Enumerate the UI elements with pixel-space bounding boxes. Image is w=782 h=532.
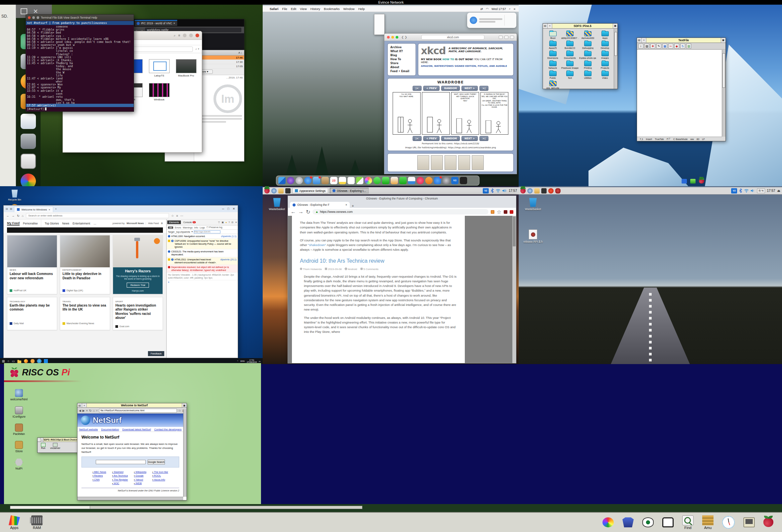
console-message-warning[interactable]: 2CSP14306: Unsupported source ''none'' f… [167,239,238,249]
notification-icon[interactable]: ▭ [259,360,261,362]
chromium-titlebar[interactable]: OSnews - Exploring the Future of Computi… [288,196,516,201]
news-card[interactable]: ENTERTAINMENTLittle to play detective in… [60,235,110,294]
tab-elements[interactable]: Elements [167,220,181,224]
siri-icon[interactable] [287,177,294,184]
document-icon[interactable] [21,114,36,129]
wifi-icon[interactable] [744,189,749,192]
firefox-tab[interactable]: IRC 2019 - world of VNC× [135,20,177,26]
hero-image[interactable] [7,227,163,233]
comments-link[interactable]: 5 Comments [363,268,378,271]
home-icon[interactable]: ⌂ [93,409,95,412]
find-iconbar-icon[interactable]: Find [682,516,694,530]
filer-item-dir[interactable]: Documents [561,51,578,59]
editor-titlebar[interactable]: ▤× TextFile ▣ [637,38,725,43]
macos-notification[interactable] [467,13,517,28]
notification-center-icon[interactable]: ≡ [514,7,516,11]
filer-item-dir[interactable]: Debugging [579,41,597,49]
close-icon[interactable]: × [642,38,646,42]
wastebasket-icon[interactable]: Wastebasket [521,197,544,211]
file-manager-icon[interactable] [278,188,284,193]
red-mask-icon[interactable] [555,188,561,193]
bluetooth-icon[interactable] [491,188,494,193]
messages-icon[interactable] [374,177,381,184]
safari-url-field[interactable]: xkcd.com [421,35,485,40]
pine-filer-window[interactable]: ▤× SDFS::Pine.$ ▣ !Boot a64jc20190807 … … [543,23,618,89]
link[interactable]: The Icon Bar [152,470,168,474]
refresh-icon[interactable]: ↻ [680,43,685,48]
filer-item-dir[interactable]: Printing [579,61,597,69]
apps-iconbar-icon[interactable]: Apps [9,516,20,530]
hub-icon[interactable]: ≡ [176,214,178,217]
menu-help[interactable]: Help [358,7,365,11]
keynote-icon[interactable] [408,177,415,184]
raspberry-menu-icon[interactable] [520,188,526,193]
scrollbar-thumb[interactable] [10,506,90,509]
disc-burner-icon[interactable] [21,174,36,186]
reminders-icon[interactable] [348,177,355,184]
log-filter-input[interactable] [194,230,220,234]
insert-mode[interactable]: Insert [646,138,652,141]
address-bar[interactable] [26,213,169,218]
welcome-html-icon[interactable]: welcome/html [7,389,31,401]
menu-history[interactable]: History [311,7,321,11]
footer-comic-thumb[interactable] [472,155,484,170]
menu-bookmarks[interactable]: Bookmarks [324,7,340,11]
new-tab-button[interactable]: + [352,204,354,208]
notification-actions[interactable] [504,15,514,26]
close-button[interactable] [196,34,199,37]
system-preferences-icon[interactable] [442,177,450,184]
restore-icon[interactable] [21,8,27,14]
link-contact[interactable]: Contact the developers [154,428,182,431]
back-icon[interactable]: ▤ [637,38,642,42]
fist-iconbar-icon[interactable] [662,518,674,527]
menubar-clock[interactable]: Wed 17:57 [491,7,506,11]
store-icon[interactable]: !Store [7,441,31,453]
vnc-machine-latopts[interactable]: LatopTS [147,58,172,78]
menu-file[interactable]: File [282,7,287,11]
launchpad-icon[interactable] [295,177,303,184]
menu-window[interactable]: Window [344,7,355,11]
wrap-mode[interactable]: ww [690,138,694,141]
file-manager-icon[interactable] [534,188,540,193]
clock-iconbar-icon[interactable] [722,516,735,529]
dock-icon[interactable]: ⊟ [232,221,234,224]
run-file[interactable]: Run [41,443,45,449]
link-documentation[interactable]: Documentation [101,428,119,431]
info-icon[interactable]: i [638,43,643,48]
nutpi-icon[interactable]: NutPi [7,458,31,470]
link[interactable]: Reuters [93,474,106,477]
back-icon[interactable]: ◀ [79,409,81,412]
pages-icon[interactable] [391,177,398,184]
vnc-machine-macbookpro[interactable]: MacBook Pro [174,58,199,78]
forward-icon[interactable]: ▶ [82,409,85,412]
close-button[interactable] [28,16,31,19]
filer-item-boot[interactable]: !Boot [545,31,561,39]
author-link[interactable]: Thom Holwerda [303,268,321,271]
filter-info[interactable]: Info [194,226,198,229]
reload-icon[interactable]: ↻ [306,209,310,215]
vnc-tray-icon[interactable]: V2 [483,188,489,193]
books-icon[interactable] [425,177,433,184]
tag-link[interactable]: Android [348,268,357,271]
bookmark-star-icon[interactable]: ☆ [497,209,501,215]
filter-logs[interactable]: Logs [200,226,205,229]
netsurf-titlebar[interactable]: ▤× Welcome to NetSurf ▣ [77,403,186,407]
wifi-icon[interactable]: ◠ [486,7,489,11]
xkcd-nav-store[interactable]: Store [390,62,413,66]
xkcd-nav-whatif[interactable]: What If? [390,49,413,54]
safari-window[interactable]: ❮ ❯ xkcd.com Archive What If? Blag How T… [384,33,517,174]
link[interactable]: Slashdot [112,470,128,474]
link[interactable]: Yahoo! [134,478,146,482]
safari-icon[interactable] [304,177,312,184]
link[interactable]: riscos.info [152,478,168,482]
console-message-info[interactable]: CSS3121: The media query environment has… [167,249,238,257]
doc-icon[interactable]: ▤ [644,43,649,48]
news-card[interactable]: NEWSLabour will back Commons over new re… [7,235,57,294]
filer-item-dir[interactable]: Apps [597,31,613,39]
toggle-size-icon[interactable]: ▣ [182,403,186,407]
link[interactable]: CNN [93,478,106,482]
xkcd-nav-blag[interactable]: Blag [390,54,413,58]
volume-icon[interactable] [502,189,507,192]
prev-button[interactable]: < PREV [423,86,439,91]
chromium-tab[interactable]: OSnews - Exploring the F× [290,202,350,208]
